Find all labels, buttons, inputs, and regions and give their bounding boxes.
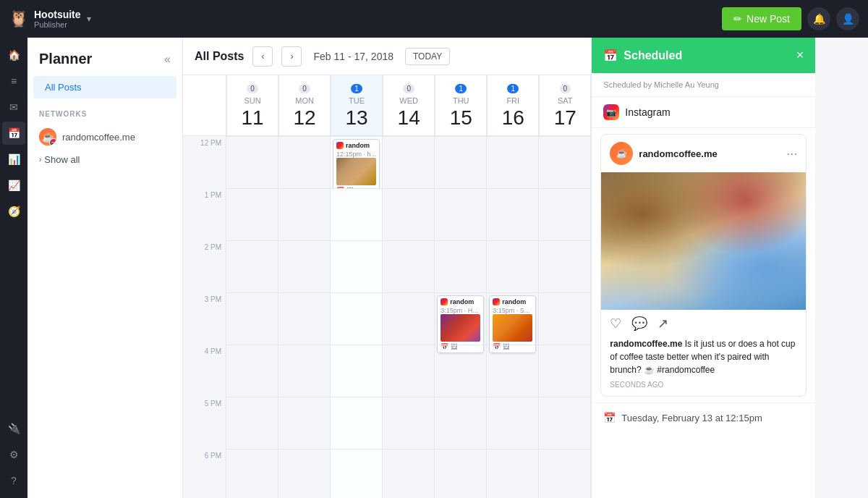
cell-fri-1[interactable] <box>487 188 539 240</box>
sidebar-icon-settings[interactable]: ⚙ <box>2 443 25 466</box>
cell-sun-6[interactable] <box>226 449 278 498</box>
cell-sat-2[interactable] <box>539 240 591 292</box>
prev-week-button[interactable]: ‹ <box>252 46 273 67</box>
cell-fri-6[interactable] <box>487 449 539 498</box>
cell-wed-1[interactable] <box>383 188 435 240</box>
cell-thu-1[interactable] <box>435 188 487 240</box>
cell-thu-2[interactable] <box>435 240 487 292</box>
cell-sun-2[interactable] <box>226 240 278 292</box>
close-panel-button[interactable]: × <box>796 48 804 63</box>
cell-sat-4[interactable] <box>539 345 591 397</box>
cell-sat-5[interactable] <box>539 397 591 449</box>
cell-thu-6[interactable] <box>435 449 487 498</box>
post-detail-header: ☕ randomcoffee.me ··· <box>601 135 806 172</box>
cell-fri-3[interactable]: random 3:15pm · S... 📅 🖼 <box>487 292 539 345</box>
instagram-badge-icon: 📷 <box>49 138 56 145</box>
sidebar-icon-analytics[interactable]: 📊 <box>2 148 25 171</box>
new-post-button[interactable]: ✏ New Post <box>722 7 801 30</box>
like-button[interactable]: ♡ <box>610 316 621 332</box>
cell-sun-4[interactable] <box>226 345 278 397</box>
cell-mon-6[interactable] <box>278 449 331 498</box>
cell-thu-4[interactable] <box>435 345 487 397</box>
nav-all-posts[interactable]: All Posts <box>33 76 176 98</box>
cell-tue-4[interactable] <box>331 345 383 397</box>
cell-mon-4[interactable] <box>278 345 331 397</box>
networks-label: NETWORKS <box>27 98 182 124</box>
today-button[interactable]: TODAY <box>405 48 450 65</box>
post-caption: randomcoffee.me Is it just us or does a … <box>601 337 806 381</box>
sidebar-icon-insights[interactable]: 📈 <box>2 174 25 197</box>
cell-thu-3[interactable]: random 3:15pm · H... 📅 🖼 <box>435 292 487 345</box>
comment-button[interactable]: 💬 <box>631 316 647 332</box>
app-name: Hootsuite <box>34 9 81 20</box>
cell-fri-4[interactable] <box>487 345 539 397</box>
collapse-button[interactable]: « <box>164 53 171 66</box>
owl-icon: 🦉 <box>9 9 28 28</box>
notifications-button[interactable]: 🔔 <box>807 7 830 30</box>
cell-mon-2[interactable] <box>278 240 331 292</box>
sidebar-icon-puzzle[interactable]: 🔌 <box>2 417 25 440</box>
post-ig-icon-3 <box>493 298 500 305</box>
wed-badge: 0 <box>403 84 414 93</box>
cell-fri-12[interactable] <box>487 136 539 188</box>
cell-mon-3[interactable] <box>278 292 331 345</box>
left-panel: Planner « All Posts NETWORKS ☕ 📷 randomc… <box>27 38 183 498</box>
app-subtitle: Publisher <box>34 20 81 29</box>
next-week-button[interactable]: › <box>281 46 302 67</box>
network-name: randomcoffee.me <box>62 132 135 143</box>
cell-fri-5[interactable] <box>487 397 539 449</box>
post-detail-user: ☕ randomcoffee.me <box>610 142 717 165</box>
sidebar-icon-stream[interactable]: ≡ <box>2 69 25 93</box>
sidebar-icon-calendar[interactable]: 📅 <box>2 122 25 145</box>
caption-username: randomcoffee.me <box>610 339 682 349</box>
post-more-options-button[interactable]: ··· <box>786 146 797 161</box>
scheduled-panel-header: 📅 Scheduled × <box>592 38 815 73</box>
cell-wed-12[interactable] <box>383 136 435 188</box>
sidebar-icon-home[interactable]: 🏠 <box>2 43 25 67</box>
sat-badge: 0 <box>560 84 571 93</box>
sidebar-icon-help[interactable]: ? <box>2 469 25 492</box>
post-timestamp: SECONDS AGO <box>601 381 806 396</box>
post-detail-card[interactable]: ☕ randomcoffee.me ··· ♡ 💬 ↗ randomcoffee… <box>600 134 807 397</box>
cell-tue-3[interactable] <box>331 292 383 345</box>
cell-wed-4[interactable] <box>383 345 435 397</box>
cell-sun-12[interactable] <box>226 136 278 188</box>
dropdown-arrow-icon[interactable]: ▾ <box>87 14 91 24</box>
cell-mon-5[interactable] <box>278 397 331 449</box>
cell-tue-12[interactable]: random 12:15pm · h... 📅 🖼 <box>331 136 383 188</box>
cell-thu-5[interactable] <box>435 397 487 449</box>
cell-wed-6[interactable] <box>383 449 435 498</box>
cell-fri-2[interactable] <box>487 240 539 292</box>
share-button[interactable]: ↗ <box>658 316 668 332</box>
cell-sat-6[interactable] <box>539 449 591 498</box>
cell-tue-2[interactable] <box>331 240 383 292</box>
cell-sun-3[interactable] <box>226 292 278 345</box>
cal-header-fri: 1 Fri 16 <box>487 75 539 135</box>
cal-header-wed: 0 Wed 14 <box>383 75 435 135</box>
right-panel: 📅 Scheduled × Scheduled by Michelle Au Y… <box>591 38 815 498</box>
cell-mon-12[interactable] <box>278 136 331 188</box>
cell-sat-1[interactable] <box>539 188 591 240</box>
cell-sun-1[interactable] <box>226 188 278 240</box>
cell-sat-3[interactable] <box>539 292 591 345</box>
post-ig-icon-2 <box>441 298 448 305</box>
show-all-button[interactable]: › Show all <box>27 150 182 169</box>
cell-sun-5[interactable] <box>226 397 278 449</box>
post-preview-waffle <box>493 314 532 342</box>
sidebar-icon-compass[interactable]: 🧭 <box>2 200 25 223</box>
cell-tue-5[interactable] <box>331 397 383 449</box>
user-avatar[interactable]: 👤 <box>836 7 859 30</box>
cell-wed-5[interactable] <box>383 397 435 449</box>
cell-mon-1[interactable] <box>278 188 331 240</box>
instagram-label: 📷 Instagram <box>603 104 804 120</box>
cal-header-tue: 1 Tue 13 <box>331 75 383 135</box>
cell-sat-12[interactable] <box>539 136 591 188</box>
cell-wed-3[interactable] <box>383 292 435 345</box>
cell-tue-6[interactable] <box>331 449 383 498</box>
sidebar-icon-compose[interactable]: ✉ <box>2 96 25 119</box>
cell-thu-12[interactable] <box>435 136 487 188</box>
network-item-randomcoffee[interactable]: ☕ 📷 randomcoffee.me <box>27 124 182 150</box>
cell-wed-2[interactable] <box>383 240 435 292</box>
cell-tue-1[interactable] <box>331 188 383 240</box>
time-5pm: 5 PM <box>183 397 226 449</box>
